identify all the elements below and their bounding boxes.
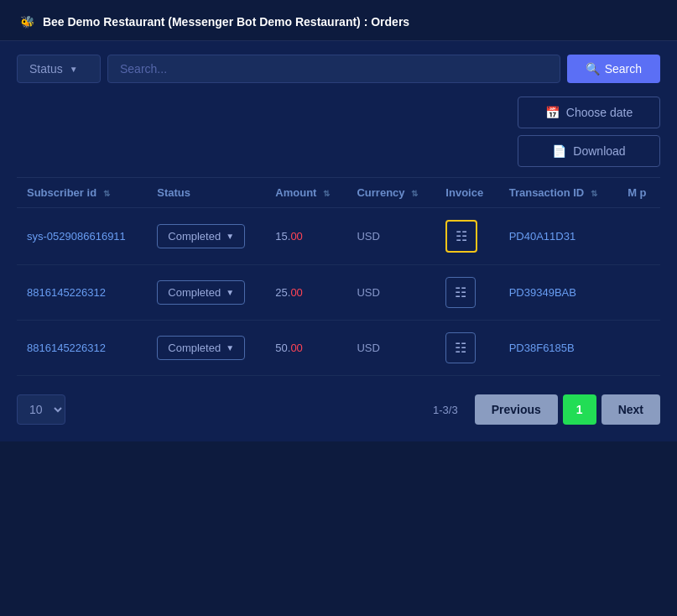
- subscriber-id-link[interactable]: 8816145226312: [27, 286, 106, 299]
- amount-value: 25.00: [275, 286, 303, 299]
- amount-value: 50.00: [275, 342, 303, 354]
- search-button[interactable]: 🔍 Search: [567, 55, 660, 83]
- pagination-controls: Previous 1 Next: [475, 394, 660, 425]
- invoice-button[interactable]: ☷: [445, 220, 477, 253]
- chevron-down-icon: ▼: [226, 288, 234, 297]
- page-number-button[interactable]: 1: [563, 394, 596, 425]
- chevron-down-icon: ▼: [70, 65, 78, 74]
- sort-icon-currency: ⇅: [411, 189, 418, 198]
- col-invoice: Invoice: [435, 178, 498, 208]
- status-badge[interactable]: Completed ▼: [157, 336, 245, 360]
- amount-cell: 25.00: [265, 265, 346, 321]
- chevron-down-icon: ▼: [226, 232, 234, 241]
- sort-icon-txid: ⇅: [591, 189, 597, 198]
- col-subscriber-id: Subscriber id ⇅: [17, 178, 147, 208]
- pagination-area: 10 25 50 1-3/3 Previous 1 Next: [0, 384, 677, 441]
- next-button[interactable]: Next: [601, 394, 660, 425]
- previous-button[interactable]: Previous: [475, 394, 558, 425]
- invoice-button[interactable]: ☷: [445, 332, 476, 363]
- transaction-id-link[interactable]: PD39349BAB: [509, 286, 576, 299]
- col-transaction-id: Transaction ID ⇅: [499, 178, 617, 208]
- invoice-button[interactable]: ☷: [445, 277, 476, 308]
- per-page-select[interactable]: 10 25 50: [17, 394, 65, 425]
- amount-decimal: 00: [290, 230, 302, 243]
- download-icon: 📄: [552, 144, 566, 158]
- more-cell: [617, 208, 660, 265]
- sort-icon: ⇅: [103, 189, 110, 198]
- status-badge[interactable]: Completed ▼: [157, 280, 245, 305]
- pagination-range: 1-3/3: [433, 404, 458, 416]
- col-more: M p: [617, 178, 660, 208]
- subscriber-id-link[interactable]: sys-0529086616911: [27, 230, 126, 243]
- amount-cell: 15.00: [265, 208, 346, 265]
- table-row: 8816145226312Completed ▼50.00USD☷PD38F61…: [17, 321, 660, 376]
- amount-decimal: 00: [290, 342, 302, 354]
- more-cell: [617, 265, 660, 321]
- transaction-id-link[interactable]: PD40A11D31: [509, 230, 576, 243]
- amount-cell: 50.00: [265, 321, 346, 376]
- sort-icon-amount: ⇅: [323, 189, 330, 198]
- orders-table-container: Subscriber id ⇅ Status Amount ⇅ Currency…: [0, 177, 677, 384]
- currency-cell: USD: [346, 208, 435, 265]
- col-status: Status: [147, 178, 265, 208]
- chevron-down-icon: ▼: [226, 343, 234, 352]
- choose-date-button[interactable]: 📅 Choose date: [518, 97, 660, 128]
- page-title: 🐝 Bee Demo Restaurant (Messenger Bot Dem…: [20, 15, 657, 29]
- table-body: sys-0529086616911Completed ▼15.00USD☷PD4…: [17, 208, 660, 376]
- subscriber-id-link[interactable]: 8816145226312: [27, 342, 106, 354]
- orders-table: Subscriber id ⇅ Status Amount ⇅ Currency…: [17, 177, 660, 376]
- currency-cell: USD: [346, 321, 435, 376]
- more-cell: [617, 321, 660, 376]
- amount-value: 15.00: [275, 230, 303, 243]
- amount-decimal: 00: [290, 286, 302, 299]
- status-dropdown[interactable]: Status ▼: [17, 55, 101, 83]
- status-badge[interactable]: Completed ▼: [157, 224, 245, 248]
- transaction-id-link[interactable]: PD38F6185B: [509, 342, 575, 354]
- table-row: 8816145226312Completed ▼25.00USD☷PD39349…: [17, 265, 660, 321]
- page-header: 🐝 Bee Demo Restaurant (Messenger Bot Dem…: [0, 0, 677, 41]
- col-amount: Amount ⇅: [265, 178, 346, 208]
- currency-cell: USD: [346, 265, 435, 321]
- col-currency: Currency ⇅: [346, 178, 435, 208]
- download-button[interactable]: 📄 Download: [518, 135, 660, 167]
- search-icon: 🔍: [586, 62, 600, 76]
- action-area: 📅 Choose date 📄 Download: [0, 97, 677, 177]
- calendar-icon: 📅: [545, 106, 560, 119]
- bee-icon: 🐝: [20, 15, 34, 29]
- status-label: Status: [29, 62, 63, 76]
- table-header-row: Subscriber id ⇅ Status Amount ⇅ Currency…: [17, 178, 660, 208]
- search-input[interactable]: [107, 55, 560, 83]
- toolbar: Status ▼ 🔍 Search: [0, 41, 677, 97]
- table-row: sys-0529086616911Completed ▼15.00USD☷PD4…: [17, 208, 660, 265]
